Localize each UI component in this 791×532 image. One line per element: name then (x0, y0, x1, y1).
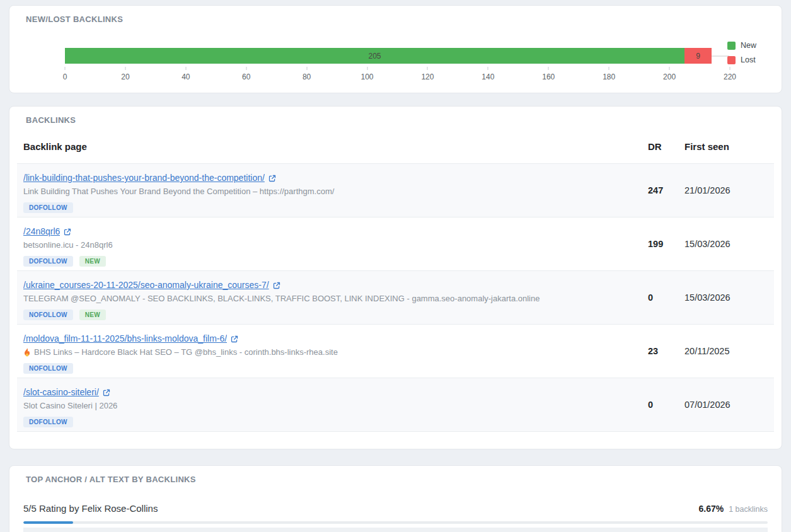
anchor-text: 5/5 Rating by Felix Rose-Collins (23, 502, 698, 516)
backlink-table-row: /moldova_film-11-11-2025/bhs-links-moldo… (17, 325, 774, 378)
first-seen-date: 07/01/2026 (684, 386, 768, 424)
column-header-backlink-page: Backlink page (23, 141, 648, 152)
axis-tick-label: 180 (603, 72, 615, 81)
backlink-page-link[interactable]: /moldova_film-11-11-2025/bhs-links-moldo… (23, 332, 227, 345)
fire-icon (23, 348, 31, 357)
anchor-list-item: 5/5 Rating by Felix Rose-Collins 6.67% 1… (17, 497, 774, 524)
external-link-icon[interactable] (273, 282, 280, 289)
axis-tick-mark (548, 67, 549, 70)
backlink-table-row: /slot-casino-siteleri/ Slot Casin (17, 378, 774, 432)
axis-tick-mark (367, 67, 367, 70)
first-seen-date: 15/03/2026 (684, 225, 768, 263)
anchor-list-item-partial (23, 528, 768, 532)
report-page: NEW/LOST BACKLINKS 2059 0204060801001201… (0, 0, 791, 532)
axis-tick-mark (65, 67, 66, 70)
external-link-icon[interactable] (103, 389, 110, 396)
x-axis: 020406080100120140160180200220 (65, 67, 730, 86)
backlink-description: Link Building That Pushes Your Brand Bey… (23, 185, 334, 198)
backlink-page-link[interactable]: /ukraine_courses-20-11-2025/seo-anomaly-… (23, 279, 269, 291)
legend-swatch (727, 42, 736, 50)
legend-item-new[interactable]: New (727, 41, 756, 50)
axis-tick-mark (730, 67, 730, 70)
legend-item-lost[interactable]: Lost (727, 55, 756, 64)
badge-dofollow: DOFOLLOW (23, 202, 73, 213)
backlink-description: betsonline.icu - 24n8qrl6 (23, 239, 113, 252)
axis-tick-label: 200 (663, 72, 676, 81)
top-anchor-panel: TOP ANCHOR / ALT TEXT BY BACKLINKS 5/5 R… (9, 465, 782, 532)
badge-new: NEW (79, 309, 106, 320)
axis-tick-label: 140 (482, 72, 494, 81)
backlink-page-link[interactable]: /slot-casino-siteleri/ (23, 386, 99, 398)
axis-tick-label: 220 (724, 72, 736, 81)
badge-row: NOFOLLOWNEW (23, 309, 648, 320)
axis-tick-mark (669, 67, 670, 70)
axis-tick-label: 0 (63, 72, 67, 81)
axis-tick-label: 120 (421, 72, 434, 81)
badge-new: NEW (79, 256, 106, 267)
table-body: /link-building-that-pushes-your-brand-be… (17, 164, 774, 432)
backlink-table-row: /link-building-that-pushes-your-brand-be… (17, 164, 774, 217)
backlink-page-link[interactable]: /link-building-that-pushes-your-brand-be… (23, 171, 265, 184)
legend-label: Lost (741, 55, 756, 64)
axis-tick-label: 160 (542, 72, 555, 81)
table-header: Backlink page DR First seen (17, 141, 774, 164)
dr-value: 0 (648, 386, 684, 424)
legend-label: New (741, 41, 756, 50)
anchor-percent: 6.67% (698, 504, 724, 514)
badge-nofollow: NOFOLLOW (23, 309, 73, 320)
external-link-icon[interactable] (268, 175, 276, 182)
new-lost-chart: 2059 020406080100120140160180200220 (65, 48, 730, 86)
axis-tick-mark (609, 67, 609, 70)
first-seen-date: 20/11/2025 (684, 332, 768, 370)
backlink-table-row: /24n8qrl6 betsonline.icu - 24n8qr (17, 217, 774, 271)
backlink-description: TELEGRAM @SEO_ANOMALY - SEO BACKLINKS, B… (23, 292, 540, 305)
badge-row: DOFOLLOW (23, 202, 648, 213)
first-seen-date: 21/01/2026 (684, 171, 768, 209)
stacked-bar: 2059 (65, 48, 730, 64)
axis-tick-mark (427, 67, 428, 70)
axis-tick-label: 100 (361, 72, 374, 81)
first-seen-date: 15/03/2026 (684, 279, 768, 316)
axis-tick-mark (246, 67, 246, 70)
axis-tick-label: 60 (242, 72, 250, 81)
backlink-table-row: /ukraine_courses-20-11-2025/seo-anomaly-… (17, 271, 774, 325)
badge-row: DOFOLLOW (23, 417, 648, 427)
badge-row: NOFOLLOW (23, 363, 648, 374)
anchor-progress-track (23, 521, 768, 524)
backlink-page-link[interactable]: /24n8qrl6 (23, 225, 60, 238)
dr-value: 23 (648, 332, 684, 370)
new-lost-backlinks-panel: NEW/LOST BACKLINKS 2059 0204060801001201… (9, 5, 782, 93)
axis-tick-mark (185, 67, 186, 70)
panel-title: BACKLINKS (26, 115, 774, 125)
axis-tick-mark (488, 67, 488, 70)
axis-tick-label: 80 (303, 72, 311, 81)
backlinks-panel: BACKLINKS Backlink page DR First seen /l… (9, 106, 782, 449)
badge-dofollow: DOFOLLOW (23, 256, 73, 267)
dr-value: 0 (648, 279, 684, 316)
anchor-backlink-count: 1 backlinks (729, 505, 768, 514)
axis-tick-mark (125, 67, 125, 70)
legend-swatch (727, 56, 736, 64)
external-link-icon[interactable] (64, 228, 71, 236)
axis-tick-mark (306, 67, 307, 70)
dr-value: 247 (648, 171, 684, 209)
column-header-dr: DR (648, 141, 684, 152)
bar-segment-lost: 9 (684, 48, 712, 64)
panel-title: NEW/LOST BACKLINKS (26, 14, 774, 24)
dr-value: 199 (648, 225, 684, 263)
bar-segment-new: 205 (65, 48, 684, 64)
badge-dofollow: DOFOLLOW (23, 417, 73, 427)
anchor-progress-fill (23, 521, 73, 524)
column-header-first-seen: First seen (684, 141, 768, 152)
backlink-description: Slot Casino Siteleri | 2026 (23, 400, 117, 412)
badge-row: DOFOLLOWNEW (23, 256, 648, 267)
backlink-description: BHS Links – Hardcore Black Hat SEO – TG … (34, 346, 338, 359)
chart-legend: NewLost (727, 41, 756, 64)
badge-nofollow: NOFOLLOW (23, 363, 73, 374)
panel-title: TOP ANCHOR / ALT TEXT BY BACKLINKS (26, 475, 774, 484)
external-link-icon[interactable] (231, 335, 238, 343)
axis-tick-label: 20 (121, 72, 129, 81)
axis-tick-label: 40 (182, 72, 190, 81)
